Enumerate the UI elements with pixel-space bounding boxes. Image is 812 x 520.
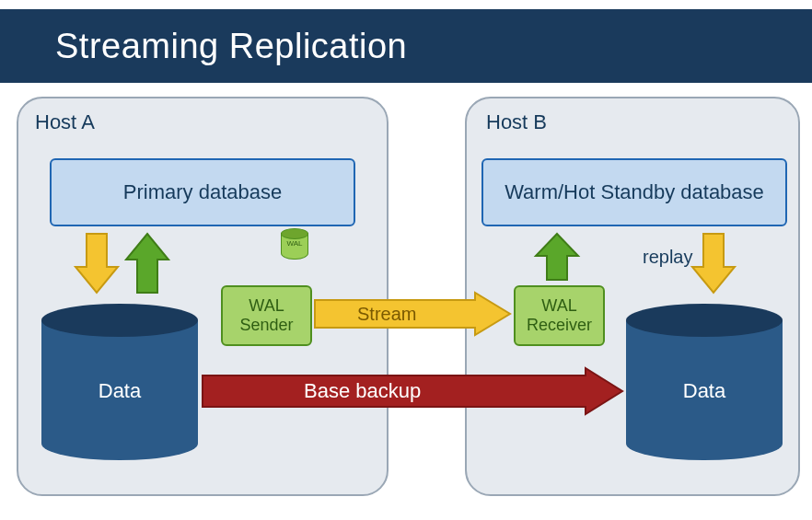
svg-marker-3 <box>692 234 735 293</box>
standby-db-box: Warm/Hot Standby database <box>481 158 787 226</box>
arrow-data-to-primary <box>124 232 170 296</box>
wal-sender-box: WAL Sender <box>221 285 312 346</box>
diagram-canvas: Streaming Replication Host A Host B Prim… <box>0 0 812 520</box>
title-bar: Streaming Replication <box>0 9 812 83</box>
host-b-label: Host B <box>486 110 547 134</box>
host-a-label: Host A <box>35 110 95 134</box>
data-cylinder-a: Data <box>41 304 198 460</box>
standby-db-label: Warm/Hot Standby database <box>505 180 764 204</box>
arrow-replay-down <box>690 232 737 296</box>
primary-db-box: Primary database <box>50 158 355 226</box>
data-cylinder-a-label: Data <box>41 379 198 403</box>
wal-file-icon: WAL <box>281 228 307 260</box>
svg-marker-2 <box>536 234 578 280</box>
wal-file-label: WAL <box>281 239 308 248</box>
stream-label: Stream <box>357 304 416 325</box>
wal-receiver-label: WAL Receiver <box>527 296 592 334</box>
wal-sender-label: WAL Sender <box>239 296 293 334</box>
arrow-receiver-to-standby <box>534 232 580 283</box>
primary-db-label: Primary database <box>123 180 282 204</box>
data-cylinder-b-label: Data <box>626 379 783 403</box>
arrow-primary-to-data <box>74 232 120 296</box>
data-cylinder-b: Data <box>626 304 783 460</box>
slide-title: Streaming Replication <box>55 27 407 66</box>
base-backup-label: Base backup <box>304 379 421 403</box>
replay-label: replay <box>643 247 692 268</box>
svg-marker-0 <box>75 234 118 293</box>
wal-receiver-box: WAL Receiver <box>514 285 605 346</box>
svg-marker-1 <box>126 234 168 293</box>
